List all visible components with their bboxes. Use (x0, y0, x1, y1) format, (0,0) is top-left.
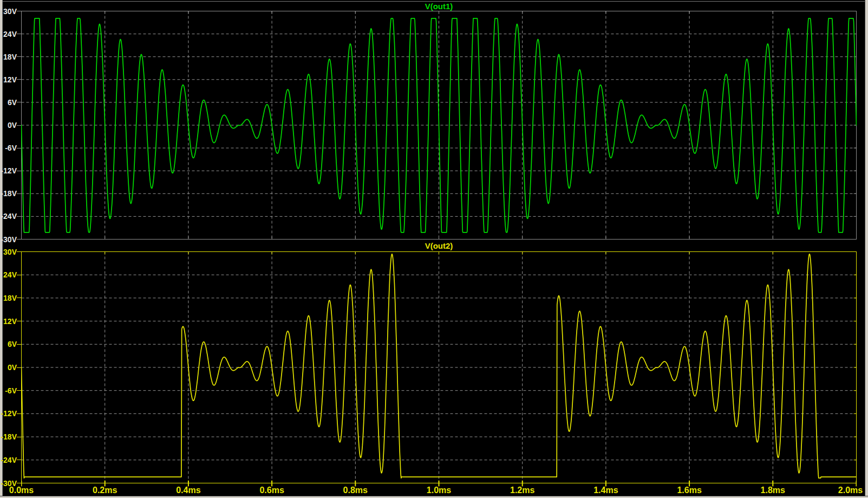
y-axis-label: 0V (0, 364, 17, 371)
y-axis-label: -24V (0, 456, 17, 464)
y-axis-label: 18V (0, 53, 17, 61)
y-axis-tick (17, 251, 21, 252)
y-axis-tick (17, 125, 21, 126)
x-axis-label: 1.0ms (420, 486, 458, 495)
y-axis-tick (17, 390, 21, 391)
y-axis-label: -12V (0, 410, 17, 417)
y-axis-label: -30V (0, 236, 17, 243)
y-axis-tick (17, 79, 21, 80)
x-axis-label: 1.2ms (504, 486, 541, 495)
x-axis-label: 0.8ms (336, 486, 374, 495)
x-axis-label: 2.0ms (832, 486, 868, 495)
y-axis-label: 12V (0, 76, 17, 83)
x-axis-label: 0.6ms (253, 486, 291, 495)
y-axis-label: -6V (0, 387, 17, 394)
y-axis-tick (17, 34, 21, 34)
y-axis-label: -18V (0, 190, 17, 197)
y-axis-label: 24V (0, 30, 17, 38)
y-axis-label: 30V (0, 248, 17, 256)
y-axis-tick (17, 413, 21, 414)
y-axis-label: 30V (0, 8, 17, 15)
pane-title-vout2: V(out2) (21, 241, 857, 250)
y-axis-tick (17, 483, 21, 483)
y-axis-tick (17, 344, 21, 345)
y-axis-label: 6V (0, 99, 17, 106)
y-axis-tick (17, 216, 21, 217)
y-axis-label: 18V (0, 294, 17, 302)
y-axis-tick (17, 102, 21, 102)
y-axis-tick (17, 437, 21, 437)
y-axis-tick (17, 171, 21, 171)
y-axis-tick (17, 297, 21, 298)
y-axis-tick (17, 239, 21, 240)
y-axis-tick (17, 148, 21, 148)
y-axis-tick (17, 56, 21, 57)
y-axis-label: -6V (0, 144, 17, 152)
y-axis-tick (17, 193, 21, 194)
plot-pane-vout1[interactable] (21, 11, 857, 240)
y-axis-label: 6V (0, 340, 17, 348)
ltspice-waveform-viewer: V(out1) V(out2) 30V24V18V12V6V0V-6V-12V-… (0, 0, 868, 498)
y-axis-tick (17, 367, 21, 368)
x-axis-label: 1.6ms (670, 486, 708, 495)
y-axis-label: -24V (0, 212, 17, 220)
pane-title-vout1: V(out1) (21, 2, 857, 11)
window-border-right (865, 0, 868, 498)
x-axis-label: 0.0ms (3, 486, 41, 495)
y-axis-tick (17, 275, 21, 275)
y-axis-tick (17, 11, 21, 11)
y-axis-label: 12V (0, 318, 17, 325)
y-axis-label: -18V (0, 433, 17, 441)
y-axis-label: 24V (0, 271, 17, 279)
x-axis-label: 1.8ms (754, 486, 792, 495)
x-axis-label: 1.4ms (587, 486, 625, 495)
x-axis-label: 0.2ms (86, 486, 124, 495)
y-axis-label: -12V (0, 167, 17, 174)
window-border-bottom (0, 496, 868, 498)
y-axis-tick (17, 460, 21, 460)
plot-pane-vout2[interactable] (21, 251, 857, 488)
y-axis-label: 0V (0, 121, 17, 129)
x-axis-label: 0.4ms (169, 486, 207, 495)
y-axis-tick (17, 321, 21, 321)
